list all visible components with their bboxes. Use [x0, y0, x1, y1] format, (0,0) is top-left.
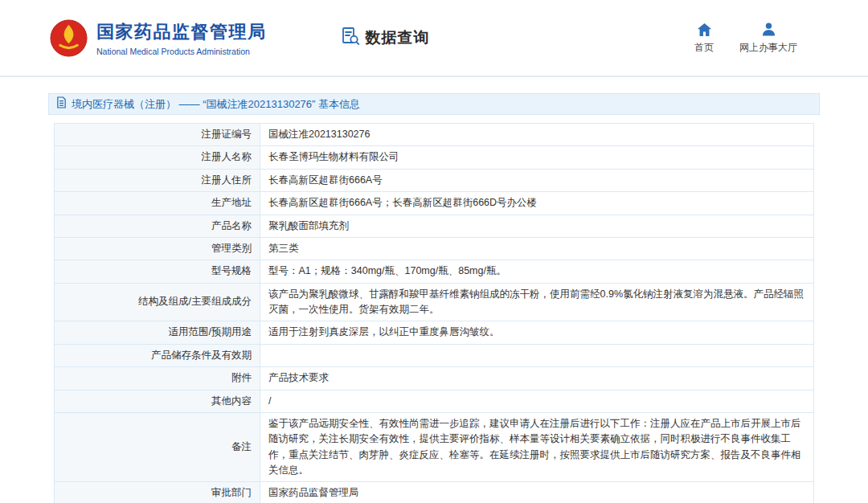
nav-service-hall-label: 网上办事大厅: [739, 41, 797, 55]
table-row: 适用范围/预期用途适用于注射到真皮深层，以纠正中重度鼻唇沟皱纹。: [55, 321, 814, 344]
row-value: 鉴于该产品远期安全性、有效性尚需进一步追踪，建议申请人在注册后进行以下工作：注册…: [260, 412, 814, 482]
row-label: 结构及组成/主要组成成分: [55, 283, 260, 321]
brand-block: 国家药品监督管理局 National Medical Products Admi…: [96, 20, 267, 56]
table-row: 其他内容/: [55, 390, 814, 412]
row-label: 注册证编号: [55, 124, 260, 146]
table-row: 注册人住所长春高新区超群街666A号: [55, 169, 814, 191]
row-label: 生产地址: [55, 192, 260, 215]
row-value: 第三类: [260, 237, 814, 260]
document-search-icon: [341, 27, 360, 49]
row-value: [260, 344, 814, 366]
row-label: 其他内容: [55, 390, 260, 412]
panel-title-bar: 境内医疗器械（注册） —— “国械注准20213130276” 基本信息: [48, 93, 820, 115]
row-label: 注册人名称: [55, 146, 260, 169]
row-label: 产品储存条件及有效期: [55, 344, 260, 366]
row-label: 审批部门: [55, 482, 260, 503]
table-row: 备注鉴于该产品远期安全性、有效性尚需进一步追踪，建议申请人在注册后进行以下工作：…: [55, 412, 814, 482]
nav-service-hall[interactable]: 网上办事大厅: [739, 21, 797, 55]
info-table: 注册证编号国械注准20213130276注册人名称长春圣博玛生物材料有限公司注册…: [54, 123, 814, 503]
row-label: 备注: [55, 412, 260, 482]
org-subtitle: National Medical Products Administration: [96, 47, 267, 56]
table-row: 附件产品技术要求: [55, 367, 814, 390]
row-value: 产品技术要求: [260, 367, 814, 390]
table-row: 结构及组成/主要组成成分该产品为聚乳酸微球、甘露醇和羧甲基纤维素钠组成的冻干粉，…: [55, 283, 814, 321]
home-icon: [697, 21, 712, 37]
document-icon: [56, 96, 67, 112]
row-label: 产品名称: [55, 215, 260, 237]
table-row: 产品储存条件及有效期: [55, 344, 814, 366]
row-label: 管理类别: [55, 237, 260, 260]
table-row: 审批部门国家药品监督管理局: [55, 482, 814, 503]
info-table-wrap: 注册证编号国械注准20213130276注册人名称长春圣博玛生物材料有限公司注册…: [54, 123, 814, 503]
table-row: 型号规格型号：A1；规格：340mg/瓶、170mg/瓶、85mg/瓶。: [55, 260, 814, 283]
row-label: 型号规格: [55, 260, 260, 283]
table-row: 生产地址长春高新区超群街666A号；长春高新区超群街666D号办公楼: [55, 192, 814, 215]
data-query-title: 数据查询: [366, 27, 430, 48]
row-value: 适用于注射到真皮深层，以纠正中重度鼻唇沟皱纹。: [260, 321, 814, 344]
data-query-section: 数据查询: [341, 27, 430, 49]
row-value: 聚乳酸面部填充剂: [260, 215, 814, 237]
header-nav: 首页 网上办事大厅: [694, 21, 797, 55]
nav-home-label: 首页: [694, 41, 714, 55]
nmpa-emblem-icon: [50, 19, 88, 57]
row-value: 长春高新区超群街666A号: [260, 169, 814, 191]
table-row: 管理类别第三类: [55, 237, 814, 260]
row-label: 附件: [55, 367, 260, 390]
page-title: 境内医疗器械（注册） —— “国械注准20213130276” 基本信息: [72, 97, 360, 112]
table-row: 注册证编号国械注准20213130276: [55, 124, 814, 146]
user-icon: [761, 21, 776, 37]
table-row: 产品名称聚乳酸面部填充剂: [55, 215, 814, 237]
row-value: 长春高新区超群街666A号；长春高新区超群街666D号办公楼: [260, 192, 814, 215]
row-label: 注册人住所: [55, 169, 260, 191]
row-label: 适用范围/预期用途: [55, 321, 260, 344]
header-divider: [0, 76, 868, 77]
row-value: 该产品为聚乳酸微球、甘露醇和羧甲基纤维素钠组成的冻干粉，使用前需经0.9%氯化钠…: [260, 283, 814, 321]
row-value: /: [260, 390, 814, 412]
main-content: 境内医疗器械（注册） —— “国械注准20213130276” 基本信息 注册证…: [48, 93, 820, 503]
nav-home[interactable]: 首页: [694, 21, 714, 55]
row-value: 国家药品监督管理局: [260, 482, 814, 503]
info-table-body: 注册证编号国械注准20213130276注册人名称长春圣博玛生物材料有限公司注册…: [55, 124, 814, 503]
table-row: 注册人名称长春圣博玛生物材料有限公司: [55, 146, 814, 169]
row-value: 型号：A1；规格：340mg/瓶、170mg/瓶、85mg/瓶。: [260, 260, 814, 283]
row-value: 国械注准20213130276: [260, 124, 814, 146]
org-title: 国家药品监督管理局: [96, 20, 267, 44]
header: 国家药品监督管理局 National Medical Products Admi…: [0, 0, 868, 76]
row-value: 长春圣博玛生物材料有限公司: [260, 146, 814, 169]
